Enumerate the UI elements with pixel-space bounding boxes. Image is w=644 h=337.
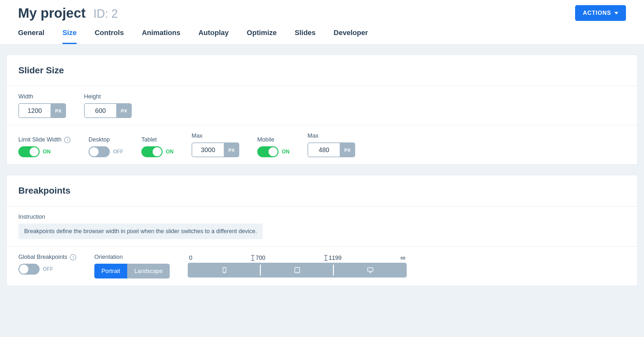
global-breakpoints-label: Global Breakpoints: [18, 254, 67, 260]
width-label: Width: [18, 93, 66, 100]
tablet-max-input[interactable]: [192, 142, 224, 157]
bp-seg-mobile[interactable]: [188, 263, 261, 278]
limit-slide-width-label: Limit Slide Width: [18, 136, 62, 143]
page-title: My project: [18, 5, 86, 21]
info-icon[interactable]: i: [70, 254, 76, 260]
orientation-portrait[interactable]: Portrait: [94, 264, 127, 278]
limit-slide-width-toggle[interactable]: [18, 146, 40, 157]
desktop-toggle[interactable]: [89, 146, 110, 157]
mobile-max-label: Max: [308, 132, 355, 139]
width-field: Width PX: [18, 93, 66, 118]
instruction-label: Instruction: [18, 214, 45, 220]
toggle-state-label: OFF: [113, 149, 123, 155]
bp-seg-desktop[interactable]: [334, 263, 407, 278]
text-cursor-icon: [251, 255, 254, 261]
desktop-field: Desktop OFF: [89, 136, 123, 157]
bp-value-0: 0: [189, 254, 192, 262]
orientation-field: Orientation Portrait Landscape: [94, 254, 170, 278]
desktop-label: Desktop: [89, 136, 123, 143]
instruction-text: Breakpoints define the browser width in …: [18, 223, 263, 239]
slider-size-card: Slider Size Width PX Height PX: [6, 55, 638, 165]
tablet-label: Tablet: [141, 136, 174, 143]
unit-label: PX: [51, 103, 66, 118]
global-breakpoints-toggle[interactable]: [18, 264, 40, 275]
limit-slide-width-field: Limit Slide Width i ON: [18, 136, 71, 157]
toggle-state-label: OFF: [43, 266, 53, 272]
height-field: Height PX: [84, 93, 132, 118]
info-icon[interactable]: i: [64, 137, 71, 143]
tablet-icon: [294, 267, 301, 274]
card-header: Breakpoints: [7, 175, 637, 206]
orientation-label: Orientation: [94, 254, 170, 260]
mobile-max-field: Max PX: [308, 132, 355, 157]
bp-value-1[interactable]: 700: [251, 254, 265, 262]
svg-rect-4: [368, 268, 373, 271]
breakpoints-bar[interactable]: [188, 263, 407, 278]
tablet-max-label: Max: [192, 132, 239, 139]
tab-optimize[interactable]: Optimize: [247, 29, 277, 44]
tab-slides[interactable]: Slides: [295, 29, 316, 44]
tablet-max-field: Max PX: [192, 132, 239, 157]
text-cursor-icon: [324, 255, 327, 261]
actions-button-label: ACTIONS: [583, 10, 611, 16]
width-input[interactable]: [18, 103, 51, 118]
actions-button[interactable]: ACTIONS: [575, 5, 626, 21]
unit-label: PX: [224, 142, 239, 157]
toggle-state-label: ON: [166, 149, 174, 155]
card-header: Slider Size: [7, 55, 637, 86]
page-header: My project ID: 2 ACTIONS: [0, 0, 644, 21]
mobile-max-input[interactable]: [308, 142, 340, 157]
title-block: My project ID: 2: [18, 5, 118, 21]
tab-controls[interactable]: Controls: [95, 29, 124, 44]
tabs: General Size Controls Animations Autopla…: [0, 21, 644, 44]
global-breakpoints-field: Global Breakpoints i OFF: [18, 254, 76, 275]
bp-value-2-text: 1199: [329, 255, 342, 261]
orientation-segmented: Portrait Landscape: [94, 264, 170, 278]
tab-autoplay[interactable]: Autoplay: [198, 29, 229, 44]
height-label: Height: [84, 93, 132, 100]
tab-animations[interactable]: Animations: [142, 29, 180, 44]
tab-general[interactable]: General: [18, 29, 44, 44]
bp-value-infinity: ∞: [401, 254, 406, 262]
unit-label: PX: [340, 142, 355, 157]
mobile-icon: [221, 267, 228, 274]
bp-value-2[interactable]: 1199: [324, 254, 342, 262]
desktop-icon: [367, 267, 374, 274]
toggle-state-label: ON: [43, 149, 51, 155]
card-title: Slider Size: [18, 65, 626, 76]
tab-developer[interactable]: Developer: [334, 29, 368, 44]
bp-seg-tablet[interactable]: [261, 263, 334, 278]
mobile-toggle[interactable]: [257, 146, 279, 157]
page-id: ID: 2: [93, 7, 118, 21]
height-input[interactable]: [84, 103, 116, 118]
breakpoints-card: Breakpoints Instruction Breakpoints defi…: [6, 175, 638, 286]
breakpoints-track: 0 700 1199 ∞: [188, 254, 407, 278]
bp-value-1-text: 700: [256, 255, 265, 261]
orientation-landscape[interactable]: Landscape: [127, 264, 170, 278]
tablet-toggle[interactable]: [141, 146, 163, 157]
unit-label: PX: [116, 103, 132, 118]
tab-size[interactable]: Size: [62, 29, 77, 44]
mobile-label: Mobile: [257, 136, 289, 143]
tablet-field: Tablet ON: [141, 136, 174, 157]
toggle-state-label: ON: [282, 149, 289, 155]
mobile-field: Mobile ON: [257, 136, 289, 157]
chevron-down-icon: [614, 12, 618, 14]
card-title: Breakpoints: [18, 186, 626, 196]
